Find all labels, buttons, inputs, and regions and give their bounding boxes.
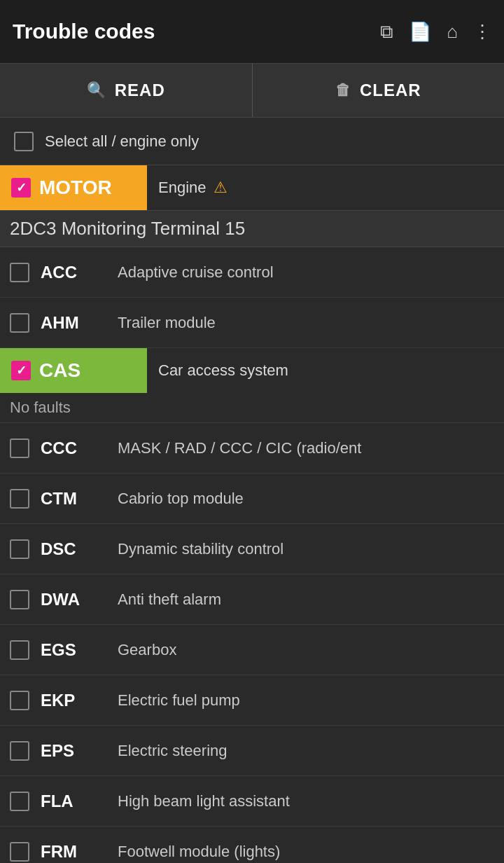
more-vert-icon[interactable]: ⋮ xyxy=(473,21,491,43)
dwa-checkbox[interactable] xyxy=(10,590,29,609)
motor-tag-name: MOTOR xyxy=(39,177,112,199)
cas-status-text: No faults xyxy=(10,399,71,416)
item-code: EPS xyxy=(41,741,118,761)
list-item[interactable]: DWA Anti theft alarm xyxy=(0,574,504,625)
cas-desc-text: Car access system xyxy=(158,361,288,380)
section-title: 2DC3 Monitoring Terminal 15 xyxy=(10,218,245,239)
motor-module-header[interactable]: MOTOR Engine ⚠ xyxy=(0,165,504,210)
clear-label: CLEAR xyxy=(360,81,421,100)
ccc-checkbox[interactable] xyxy=(10,439,29,458)
cas-tag[interactable]: CAS xyxy=(0,348,147,393)
motor-description: Engine ⚠ xyxy=(147,179,227,197)
item-code: FLA xyxy=(41,792,118,811)
cas-checkbox[interactable] xyxy=(11,361,31,380)
ahm-checkbox[interactable] xyxy=(10,313,29,333)
item-code: FRM xyxy=(41,842,118,862)
item-desc: Gearbox xyxy=(118,641,494,659)
copy-icon[interactable]: ⧉ xyxy=(380,21,393,43)
ekp-checkbox[interactable] xyxy=(10,691,29,710)
item-desc: Cabrio top module xyxy=(118,490,494,508)
select-all-label: Select all / engine only xyxy=(45,132,199,151)
motor-tag[interactable]: MOTOR xyxy=(0,165,147,210)
item-code: EGS xyxy=(41,640,118,660)
item-code: CCC xyxy=(41,439,118,458)
select-all-checkbox[interactable] xyxy=(14,132,34,151)
toolbar: 🔍 READ 🗑 CLEAR xyxy=(0,63,504,118)
list-item[interactable]: CCC MASK / RAD / CCC / CIC (radio/ent xyxy=(0,423,504,474)
motor-desc-text: Engine xyxy=(158,179,206,197)
select-all-row[interactable]: Select all / engine only xyxy=(0,118,504,165)
trash-icon: 🗑 xyxy=(335,81,351,99)
items-list: ACC Adaptive cruise control AHM Trailer … xyxy=(0,247,504,863)
list-item[interactable]: DSC Dynamic stability control xyxy=(0,524,504,574)
item-code: EKP xyxy=(41,691,118,710)
item-desc: Footwell module (lights) xyxy=(118,843,494,861)
egs-checkbox[interactable] xyxy=(10,640,29,660)
item-code: DSC xyxy=(41,539,118,559)
warning-icon: ⚠ xyxy=(214,179,227,197)
list-item[interactable]: EPS Electric steering xyxy=(0,726,504,776)
page-title: Trouble codes xyxy=(13,20,380,43)
item-desc: Electric steering xyxy=(118,742,494,760)
item-code: ACC xyxy=(41,263,118,282)
fla-checkbox[interactable] xyxy=(10,792,29,811)
cas-tag-name: CAS xyxy=(39,359,80,382)
list-item[interactable]: CTM Cabrio top module xyxy=(0,474,504,524)
read-button[interactable]: 🔍 READ xyxy=(0,64,253,117)
acc-checkbox[interactable] xyxy=(10,263,29,282)
list-item[interactable]: FLA High beam light assistant xyxy=(0,776,504,827)
list-item[interactable]: EGS Gearbox xyxy=(0,625,504,675)
app-header: Trouble codes ⧉ 📄 ⌂ ⋮ xyxy=(0,0,504,63)
file-icon[interactable]: 📄 xyxy=(409,21,431,43)
list-item[interactable]: AHM Trailer module xyxy=(0,298,504,348)
header-icon-group: ⧉ 📄 ⌂ ⋮ xyxy=(380,21,491,43)
item-code: CTM xyxy=(41,489,118,509)
list-item[interactable]: EKP Electric fuel pump xyxy=(0,675,504,726)
cas-description: Car access system xyxy=(147,361,288,380)
item-code: AHM xyxy=(41,313,118,333)
read-label: READ xyxy=(115,81,165,100)
list-item[interactable]: ACC Adaptive cruise control xyxy=(0,247,504,298)
home-icon[interactable]: ⌂ xyxy=(447,21,458,43)
motor-checkbox[interactable] xyxy=(11,178,31,198)
item-desc: Anti theft alarm xyxy=(118,591,494,609)
item-desc: Adaptive cruise control xyxy=(118,263,494,282)
cas-module-header[interactable]: CAS Car access system xyxy=(0,348,504,393)
list-item[interactable]: FRM Footwell module (lights) xyxy=(0,827,504,863)
item-desc: Electric fuel pump xyxy=(118,691,494,710)
item-desc: MASK / RAD / CCC / CIC (radio/ent xyxy=(118,439,494,457)
item-desc: Trailer module xyxy=(118,314,494,332)
item-desc: Dynamic stability control xyxy=(118,540,494,558)
search-icon: 🔍 xyxy=(87,81,106,99)
item-desc: High beam light assistant xyxy=(118,792,494,810)
section-header: 2DC3 Monitoring Terminal 15 xyxy=(0,210,504,247)
eps-checkbox[interactable] xyxy=(10,741,29,761)
clear-button[interactable]: 🗑 CLEAR xyxy=(253,64,505,117)
ctm-checkbox[interactable] xyxy=(10,489,29,509)
dsc-checkbox[interactable] xyxy=(10,539,29,559)
cas-status-row: No faults xyxy=(0,393,504,423)
item-code: DWA xyxy=(41,590,118,609)
frm-checkbox[interactable] xyxy=(10,842,29,862)
